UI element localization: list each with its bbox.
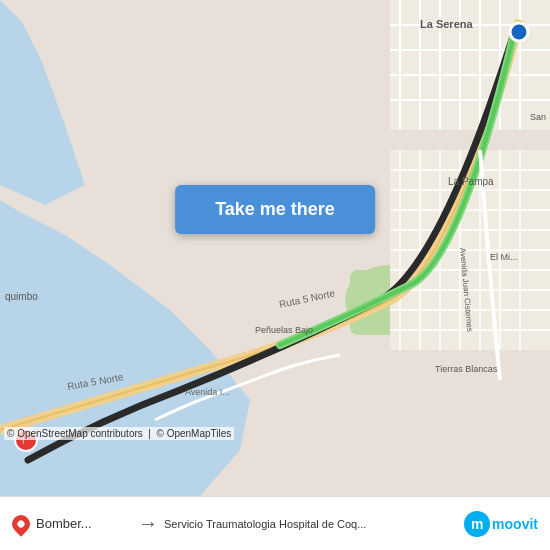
origin-pin-icon [8,511,33,536]
label-la-pampa: La Pampa [448,176,494,187]
tiles-text: © OpenMapTiles [157,428,232,439]
bottom-bar: Bomber... → Servicio Traumatologia Hospi… [0,496,550,550]
osm-text: © OpenStreetMap contributors [7,428,143,439]
label-san: San [530,112,546,122]
map-svg: Ruta 5 Norte Ruta 5 Norte Avenida I... A… [0,0,550,496]
app-container: Ruta 5 Norte Ruta 5 Norte Avenida I... A… [0,0,550,550]
label-coquimbo: quimbo [5,291,38,302]
label-el-mi: El Mi... [490,252,518,262]
road-label-av: Avenida I... [185,387,230,397]
moovit-icon: m [464,511,490,537]
osm-attribution: © OpenStreetMap contributors | © OpenMap… [4,427,234,440]
moovit-text: moovit [492,516,538,532]
take-me-there-button[interactable]: Take me there [175,185,375,234]
destination-marker [510,23,528,41]
label-penuelas: Peñuelas Bajo [255,325,313,335]
label-tierras: Tierras Blancas [435,364,498,374]
direction-arrow-icon: → [132,512,164,535]
map-area: Ruta 5 Norte Ruta 5 Norte Avenida I... A… [0,0,550,496]
label-la-serena: La Serena [420,18,473,30]
moovit-logo: m moovit [464,511,538,537]
origin-label: Bomber... [36,516,92,531]
destination-label: Servicio Traumatologia Hospital de Coq..… [164,518,366,530]
